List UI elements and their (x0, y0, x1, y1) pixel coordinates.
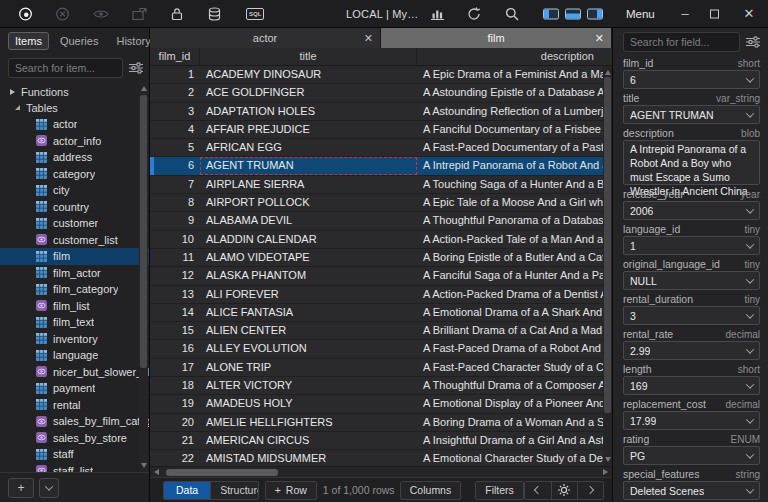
table-row[interactable]: 11 ALAMO VIDEOTAPE A Boring Epistle of a… (150, 249, 612, 267)
scroll-left-arrow[interactable] (154, 469, 159, 475)
scroll-down-arrow[interactable] (605, 457, 611, 462)
column-header-description[interactable]: description (417, 48, 612, 65)
sidebar-tab[interactable]: Queries (53, 32, 106, 50)
cell-title[interactable]: ALIEN CENTER (200, 322, 417, 339)
sidebar-table-item[interactable]: rental (0, 397, 149, 414)
field-value-input[interactable]: NULL (623, 271, 760, 290)
cell-film-id[interactable]: 14 (150, 304, 200, 321)
cell-description[interactable]: A Brilliant Drama of a Cat And a Mad Sci… (417, 322, 612, 339)
tree-node-functions[interactable]: Functions (0, 84, 149, 100)
export-icon[interactable] (132, 7, 147, 20)
cell-title[interactable]: AIRPORT POLLOCK (200, 194, 417, 211)
cell-title[interactable]: ADAPTATION HOLES (200, 103, 417, 120)
cell-title[interactable]: ALAMO VIDEOTAPE (200, 249, 417, 266)
table-row[interactable]: 16 ALLEY EVOLUTION A Fast-Paced Drama of… (150, 340, 612, 358)
cell-title[interactable]: AMELIE HELLFIGHTERS (200, 414, 417, 431)
sidebar-tab[interactable]: Items (8, 32, 49, 50)
scroll-up-arrow[interactable] (141, 86, 147, 91)
sidebar-table-item[interactable]: film_category (0, 281, 149, 298)
cell-description[interactable]: A Astounding Reflection of a Lumberjack … (417, 103, 612, 120)
app-logo-icon[interactable] (18, 6, 33, 21)
field-search-input[interactable] (623, 32, 740, 52)
cell-description[interactable]: A Astounding Epistle of a Database Admin… (417, 84, 612, 101)
editor-tab[interactable]: film ✕ (381, 28, 612, 48)
refresh-icon[interactable] (467, 7, 481, 21)
sidebar-table-item[interactable]: actor (0, 116, 149, 133)
cell-film-id[interactable]: 7 (150, 176, 200, 193)
table-row[interactable]: 5 AFRICAN EGG A Fast-Paced Documentary o… (150, 139, 612, 157)
table-row[interactable]: 1 ACADEMY DINOSAUR A Epic Drama of a Fem… (150, 66, 612, 84)
sidebar-table-item[interactable]: film_actor (0, 265, 149, 282)
sidebar-table-item[interactable]: film (0, 248, 149, 265)
cell-film-id[interactable]: 3 (150, 103, 200, 120)
cell-description[interactable]: A Boring Epistle of a Butler And a Cat w… (417, 249, 612, 266)
cell-film-id[interactable]: 11 (150, 249, 200, 266)
field-value-input[interactable]: PG (623, 446, 760, 465)
database-icon[interactable] (208, 7, 221, 21)
tree-node-tables[interactable]: Tables (0, 100, 149, 116)
close-circle-icon[interactable] (55, 6, 70, 21)
sidebar-table-item[interactable]: staff (0, 446, 149, 463)
table-row[interactable]: 3 ADAPTATION HOLES A Astounding Reflecti… (150, 103, 612, 121)
toggle-right-panel-icon[interactable] (587, 8, 603, 19)
cell-description[interactable]: A Thoughtful Drama of a Composer And a F… (417, 377, 612, 394)
cell-title[interactable]: ACE GOLDFINGER (200, 84, 417, 101)
table-row[interactable]: 20 AMELIE HELLFIGHTERS A Boring Drama of… (150, 414, 612, 432)
cell-description[interactable]: A Epic Tale of a Moose And a Girl who mu… (417, 194, 612, 211)
cell-film-id[interactable]: 2 (150, 84, 200, 101)
field-value-input[interactable]: 3 (623, 306, 760, 325)
filter-sliders-icon[interactable] (746, 36, 760, 48)
column-header-title[interactable]: title (200, 48, 417, 65)
sidebar-table-item[interactable]: language (0, 347, 149, 364)
toggle-bottom-panel-icon[interactable] (565, 8, 581, 19)
field-value-input[interactable]: A Intrepid Panorama of a Robot And a Boy… (623, 140, 760, 185)
sidebar-table-item[interactable]: film_text (0, 314, 149, 331)
cell-film-id[interactable]: 1 (150, 66, 200, 83)
editor-tab[interactable]: actor ✕ (150, 28, 381, 48)
sidebar-table-item[interactable]: city (0, 182, 149, 199)
field-value-input[interactable]: 1 (623, 236, 760, 255)
filter-sliders-icon[interactable] (129, 62, 143, 74)
tab-close-icon[interactable]: ✕ (595, 32, 604, 45)
sidebar-table-item[interactable]: customer_list (0, 232, 149, 249)
cell-title[interactable]: ALADDIN CALENDAR (200, 231, 417, 248)
item-search-input[interactable] (8, 58, 123, 78)
add-item-button[interactable]: + (8, 478, 34, 498)
scroll-down-arrow[interactable] (141, 463, 147, 468)
connection-label[interactable]: LOCAL | My… (346, 0, 419, 28)
sidebar-table-item[interactable]: category (0, 166, 149, 183)
eye-icon[interactable] (93, 8, 109, 19)
scroll-up-arrow[interactable] (605, 70, 611, 75)
table-row[interactable]: 9 ALABAMA DEVIL A Thoughtful Panorama of… (150, 212, 612, 230)
maximize-icon[interactable] (710, 9, 719, 18)
cell-title[interactable]: ALI FOREVER (200, 286, 417, 303)
table-row[interactable]: 18 ALTER VICTORY A Thoughtful Drama of a… (150, 377, 612, 395)
table-row[interactable]: 2 ACE GOLDFINGER A Astounding Epistle of… (150, 84, 612, 102)
cell-description[interactable]: A Epic Drama of a Feminist And a Mad Sci… (417, 66, 612, 83)
cell-film-id[interactable]: 5 (150, 139, 200, 156)
chart-icon[interactable] (430, 7, 445, 20)
cell-title[interactable]: ALONE TRIP (200, 359, 417, 376)
next-page-button[interactable] (577, 482, 603, 499)
cell-film-id[interactable]: 12 (150, 267, 200, 284)
table-row[interactable]: 12 ALASKA PHANTOM A Fanciful Saga of a H… (150, 267, 612, 285)
sidebar-table-item[interactable]: actor_info (0, 133, 149, 150)
table-row[interactable]: 17 ALONE TRIP A Fast-Paced Character Stu… (150, 359, 612, 377)
sidebar-table-item[interactable]: nicer_but_slower_fil (0, 364, 149, 381)
toggle-left-panel-icon[interactable] (543, 8, 559, 19)
scroll-right-arrow[interactable] (603, 469, 608, 475)
table-row[interactable]: 10 ALADDIN CALENDAR A Action-Packed Tale… (150, 231, 612, 249)
cell-title[interactable]: AMADEUS HOLY (200, 395, 417, 412)
sidebar-table-item[interactable]: customer (0, 215, 149, 232)
cell-title[interactable]: ALTER VICTORY (200, 377, 417, 394)
field-value-input[interactable]: 2006 (623, 201, 760, 220)
cell-description[interactable]: A Action-Packed Tale of a Man And a Lumb… (417, 231, 612, 248)
cell-title[interactable]: ALABAMA DEVIL (200, 212, 417, 229)
field-value-input[interactable]: 2.99 (623, 341, 760, 360)
cell-film-id[interactable]: 17 (150, 359, 200, 376)
cell-description[interactable]: A Fanciful Documentary of a Frisbee And … (417, 121, 612, 138)
table-row[interactable]: 13 ALI FOREVER A Action-Packed Drama of … (150, 286, 612, 304)
sql-editor-icon[interactable]: SQL (246, 8, 264, 20)
table-row[interactable]: 19 AMADEUS HOLY A Emotional Display of a… (150, 395, 612, 413)
cell-description[interactable]: A Boring Drama of a Woman And a Squirrel… (417, 414, 612, 431)
